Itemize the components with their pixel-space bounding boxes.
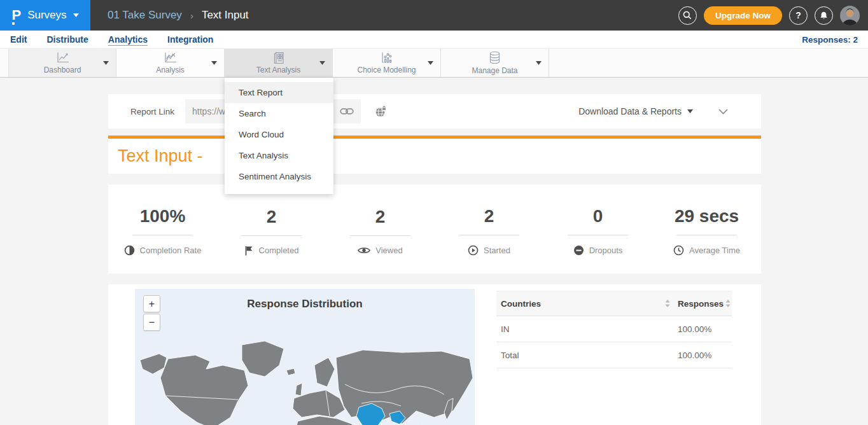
text-analysis-dropdown-menu: Text Report Search Word Cloud Text Analy… (225, 78, 333, 194)
user-avatar[interactable] (840, 6, 860, 25)
breadcrumb-current-page: Text Input (202, 9, 249, 22)
chevron-down-icon (718, 109, 728, 115)
table-row: Total 100.00% (496, 342, 732, 368)
analysis-chart-icon (163, 52, 178, 64)
menu-item-sentiment-analysis[interactable]: Sentiment Analysis (225, 166, 333, 187)
eye-icon (358, 246, 370, 254)
stats-panel: 100% Completion Rate 2 Completed 2 Viewe… (108, 185, 761, 274)
country-cell: IN (496, 324, 678, 334)
bell-icon (819, 11, 829, 20)
caret-down-icon (211, 61, 217, 65)
caret-down-icon (73, 13, 79, 17)
table-row: IN 100.00% (496, 316, 732, 342)
avatar-photo (840, 6, 860, 25)
countries-table: Countries Responses IN 100.00% Total 100… (496, 291, 732, 368)
copy-link-icon[interactable] (340, 106, 354, 116)
play-circle-icon (468, 245, 479, 256)
choice-modelling-icon (379, 52, 394, 64)
responses-count: Responses: 2 (802, 35, 858, 45)
subnav-item-analytics[interactable]: Analytics (108, 34, 148, 45)
tab-dashboard[interactable]: Dashboard (8, 49, 116, 77)
caret-down-icon (536, 61, 542, 65)
download-data-reports-menu[interactable]: Download Data & Reports (578, 106, 693, 116)
page-title: Text Input - (108, 146, 207, 166)
sort-icon[interactable] (665, 300, 670, 307)
flag-icon (244, 246, 254, 256)
response-distribution-map[interactable]: Response Distribution + − (135, 289, 475, 425)
minus-circle-icon (573, 245, 584, 256)
question-mark-icon: ? (795, 10, 801, 20)
stat-average-time: 29 secs Average Time (652, 185, 761, 274)
column-header-responses[interactable]: Responses (678, 299, 724, 309)
upgrade-now-button[interactable]: Upgrade Now (704, 6, 782, 25)
breadcrumb-survey-link[interactable]: 01 Take Survey (108, 9, 182, 22)
search-icon (682, 10, 692, 20)
question-title-panel: Text Input - (108, 139, 761, 174)
menu-item-search[interactable]: Search (225, 103, 333, 124)
top-bar-actions: Upgrade Now ? (678, 6, 868, 25)
subnav-item-edit[interactable]: Edit (10, 34, 27, 45)
tab-text-analysis[interactable]: Text Analysis (225, 49, 333, 77)
caret-down-icon (103, 61, 109, 65)
stat-started: 2 Started (435, 185, 543, 274)
map-title: Response Distribution (135, 298, 475, 310)
tab-choice-modelling[interactable]: Choice Modelling (333, 49, 441, 77)
report-link-panel: Report Link https://ww Download Data & R… (108, 94, 761, 129)
search-button[interactable] (678, 6, 697, 25)
caret-down-icon (687, 109, 693, 113)
survey-sub-nav: Edit Distribute Analytics Integration Re… (0, 31, 868, 49)
notifications-button[interactable] (815, 6, 833, 25)
clock-icon (673, 245, 684, 256)
tab-analysis[interactable]: Analysis (116, 49, 225, 77)
sort-icon[interactable] (725, 300, 731, 307)
tab-manage-data[interactable]: Manage Data (441, 49, 549, 77)
countries-table-header: Countries Responses (496, 291, 732, 316)
product-switcher[interactable]: P Surveys (0, 0, 90, 31)
text-report-icon (271, 52, 286, 64)
breadcrumb: 01 Take Survey › Text Input (108, 9, 249, 22)
subnav-item-distribute[interactable]: Distribute (46, 34, 88, 45)
product-name: Surveys (27, 9, 66, 22)
caret-down-icon (428, 61, 433, 65)
world-map (135, 340, 475, 425)
top-bar: P Surveys 01 Take Survey › Text Input Up… (0, 0, 868, 31)
map-zoom-in-button[interactable]: + (143, 295, 160, 312)
map-zoom-out-button[interactable]: − (143, 314, 160, 331)
line-chart-icon (55, 52, 70, 64)
collapse-panel-button[interactable] (718, 109, 728, 115)
help-button[interactable]: ? (789, 6, 808, 25)
stat-viewed: 2 Viewed (326, 185, 435, 274)
database-icon (487, 51, 502, 65)
report-link-label: Report Link (108, 107, 174, 116)
public-report-button[interactable] (375, 106, 387, 118)
responses-cell: 100.00% (678, 324, 732, 334)
responses-cell: 100.00% (678, 351, 732, 360)
globe-lock-icon (375, 106, 387, 118)
country-cell: Total (496, 351, 678, 360)
response-distribution-panel: Response Distribution + − (108, 284, 761, 425)
breadcrumb-separator: › (190, 10, 193, 21)
stat-completed: 2 Completed (217, 185, 326, 274)
caret-down-icon (319, 61, 325, 65)
menu-item-text-analysis[interactable]: Text Analysis (225, 145, 333, 166)
column-header-countries[interactable]: Countries (501, 299, 541, 309)
questionpro-logo-icon: P (11, 8, 21, 22)
map-zoom-controls: + − (143, 295, 160, 331)
menu-item-text-report[interactable]: Text Report (225, 82, 333, 103)
analytics-toolbar: Dashboard Analysis Text Analysis Choice … (0, 49, 868, 78)
completion-rate-icon (124, 245, 135, 256)
subnav-item-integration[interactable]: Integration (167, 34, 213, 45)
menu-item-word-cloud[interactable]: Word Cloud (225, 124, 333, 145)
stat-dropouts: 0 Dropouts (543, 185, 652, 274)
stat-completion-rate: 100% Completion Rate (108, 185, 217, 274)
